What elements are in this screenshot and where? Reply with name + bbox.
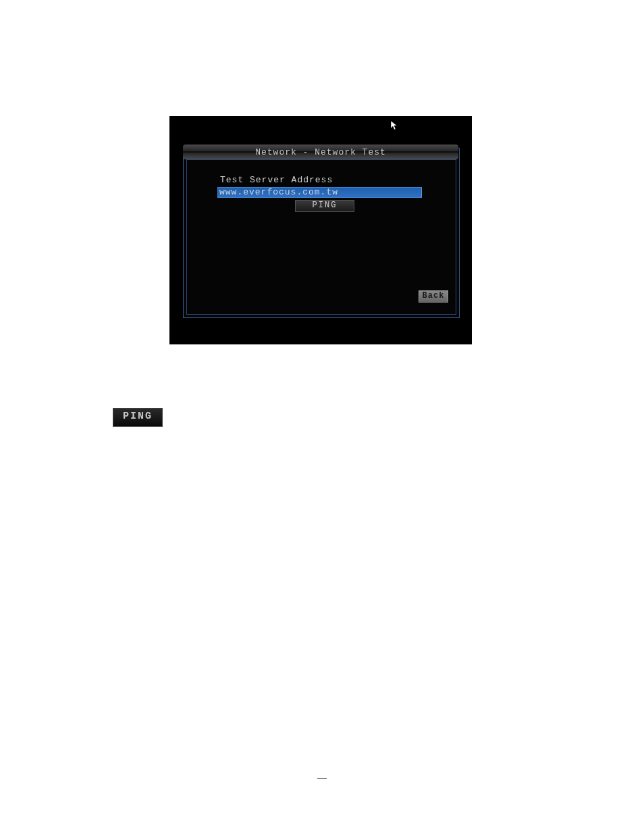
ping-button[interactable]: PING: [295, 200, 354, 212]
panel-inner: Test Server Address www.everfocus.com.tw…: [186, 159, 456, 315]
network-test-screenshot: Network - Network Test Test Server Addre…: [169, 116, 472, 344]
server-address-input[interactable]: www.everfocus.com.tw: [217, 187, 422, 198]
dialog-title: Network - Network Test: [255, 147, 386, 157]
back-button[interactable]: Back: [419, 290, 448, 303]
ping-badge: PING: [113, 408, 163, 427]
dialog-titlebar: Network - Network Test: [183, 145, 458, 159]
cursor-icon: [391, 121, 398, 132]
server-address-label: Test Server Address: [220, 175, 333, 185]
dialog-panel: Test Server Address www.everfocus.com.tw…: [183, 148, 460, 318]
footer-dash-icon: [317, 778, 327, 779]
